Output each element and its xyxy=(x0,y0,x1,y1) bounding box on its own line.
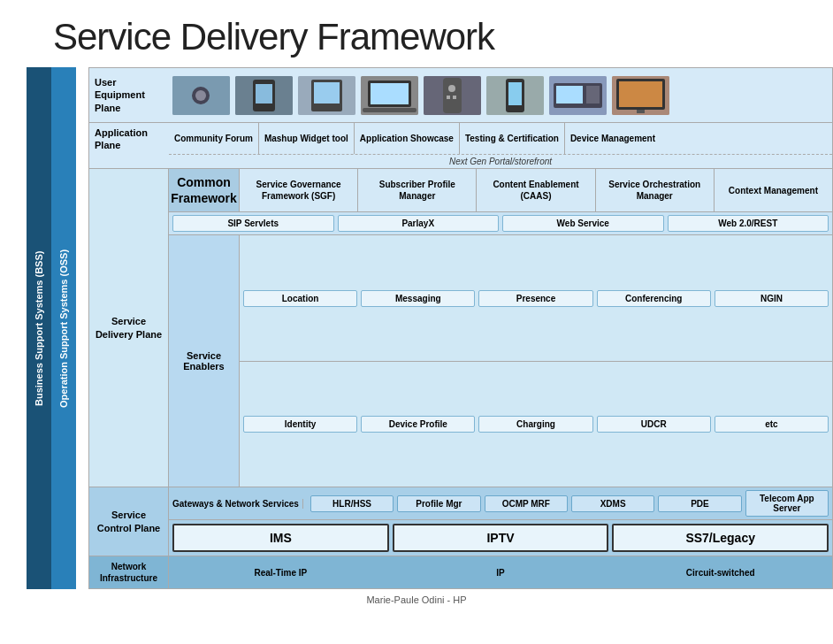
sc-bottom: IMS IPTV SS7/Legacy xyxy=(169,520,832,556)
svg-rect-28 xyxy=(637,110,645,113)
sc-cell-ocmp: OCMP MRF xyxy=(485,495,568,512)
service-enablers: Service Enablers Location Messaging Pres… xyxy=(169,235,832,487)
ni-cell-ip: IP xyxy=(393,568,609,578)
cf-cell-5: Context Management xyxy=(715,169,832,211)
device-laptop xyxy=(361,76,418,115)
cf-cell-2: Subscriber Profile Manager xyxy=(358,169,477,211)
app-subtitle: Next Gen Portal/storefront xyxy=(169,155,832,168)
se-cell-device-profile: Device Profile xyxy=(361,416,475,433)
svg-rect-23 xyxy=(556,86,583,104)
ni-cell-circuit: Circuit-switched xyxy=(612,568,829,578)
row-service-control: Service Control Plane Gateways & Network… xyxy=(89,487,832,556)
se-cell-identity: Identity xyxy=(243,416,357,433)
row-application: Application Plane Community Forum Mashup… xyxy=(89,123,832,169)
se-cell-udcr: UDCR xyxy=(597,416,711,433)
sip-cell-2: ParlayX xyxy=(338,215,500,232)
svg-rect-12 xyxy=(363,108,416,112)
app-cell-2: Mashup Widget tool xyxy=(259,123,355,154)
sc-iptv: IPTV xyxy=(393,524,609,552)
svg-rect-8 xyxy=(314,82,340,104)
device-pda xyxy=(298,76,355,115)
side-labels: Business Support Systems (BSS) Operation… xyxy=(27,67,88,589)
svg-point-15 xyxy=(448,85,455,92)
footer: Marie-Paule Odini - HP xyxy=(0,589,833,605)
app-top-row: Community Forum Mashup Widget tool Appli… xyxy=(169,123,832,155)
se-row-1: Location Messaging Presence Conferencing… xyxy=(240,235,832,361)
sip-cell-3: Web Service xyxy=(502,215,664,232)
se-cell-conferencing: Conferencing xyxy=(597,290,711,307)
app-cell-4: Testing & Certification xyxy=(460,123,565,154)
service-enablers-label: Service Enablers xyxy=(169,235,240,487)
application-cells: Community Forum Mashup Widget tool Appli… xyxy=(169,123,832,168)
svg-rect-14 xyxy=(443,78,462,113)
app-cell-1: Community Forum xyxy=(169,123,259,154)
row-service-delivery: Service Delivery Plane Common Framework … xyxy=(89,169,832,487)
sip-cell-4: Web 2.0/REST xyxy=(668,215,829,232)
device-camera xyxy=(172,76,230,115)
svg-rect-16 xyxy=(447,96,450,99)
se-cell-messaging: Messaging xyxy=(361,290,475,307)
common-framework-label: Common Framework xyxy=(169,169,240,211)
sc-cell-xdms: XDMS xyxy=(571,495,654,512)
device-images xyxy=(169,73,832,119)
cf-cells: Service Governance Framework (SGF) Subsc… xyxy=(240,169,832,211)
sc-ss7: SS7/Legacy xyxy=(612,524,829,552)
ni-cell-realtime: Real-Time IP xyxy=(172,568,389,578)
se-rows: Location Messaging Presence Conferencing… xyxy=(240,235,832,487)
device-remote xyxy=(424,76,481,115)
app-cell-5: Device Management xyxy=(565,123,661,154)
sc-cell-pde: PDE xyxy=(658,495,741,512)
sc-top-label: Gateways & Network Services xyxy=(172,499,303,509)
row-user-equipment: User Equipment Plane xyxy=(89,68,832,123)
sc-cell-profile: Profile Mgr xyxy=(397,495,480,512)
framework: User Equipment Plane xyxy=(88,67,833,589)
cf-row: Common Framework Service Governance Fram… xyxy=(169,169,832,212)
se-cell-location: Location xyxy=(243,290,357,307)
sc-top: Gateways & Network Services HLR/HSS Prof… xyxy=(169,487,832,520)
cf-cell-1: Service Governance Framework (SGF) xyxy=(240,169,358,211)
se-cell-ngin: NGIN xyxy=(715,290,829,307)
ni-cells: Real-Time IP IP Circuit-switched xyxy=(169,556,832,588)
svg-rect-5 xyxy=(256,84,272,104)
device-desk-phone xyxy=(549,76,607,115)
application-label: Application Plane xyxy=(89,123,169,168)
cf-cell-4: Service Orchestration Manager xyxy=(596,169,715,211)
oss-label: Operation Support Systems (OSS) xyxy=(51,67,76,589)
service-control-label: Service Control Plane xyxy=(89,487,169,556)
bss-label: Business Support Systems (BSS) xyxy=(27,67,51,589)
page-title: Service Delivery Framework xyxy=(0,0,833,67)
sip-cell-1: SIP Servlets xyxy=(172,215,334,232)
se-cell-charging: Charging xyxy=(478,416,592,433)
device-tv xyxy=(612,76,669,115)
svg-rect-27 xyxy=(619,81,662,107)
se-cell-etc: etc xyxy=(715,416,829,433)
app-cell-3: Application Showcase xyxy=(355,123,460,154)
se-row-2: Identity Device Profile Charging UDCR et… xyxy=(240,362,832,487)
user-equipment-label: User Equipment Plane xyxy=(89,73,169,118)
svg-rect-20 xyxy=(508,82,522,105)
service-delivery-label: Service Delivery Plane xyxy=(89,169,169,487)
sd-content: Common Framework Service Governance Fram… xyxy=(169,169,832,487)
sip-row: SIP Servlets ParlayX Web Service Web 2.0… xyxy=(169,212,832,235)
device-phone xyxy=(235,76,293,115)
svg-rect-17 xyxy=(453,96,456,99)
network-label: Network Infrastructure xyxy=(89,556,169,588)
sc-ims: IMS xyxy=(172,524,389,552)
svg-rect-11 xyxy=(371,83,409,104)
se-cell-presence: Presence xyxy=(478,290,592,307)
cf-cell-3: Content Enablement (CAAS) xyxy=(477,169,595,211)
svg-point-2 xyxy=(195,90,206,101)
sip-cells: SIP Servlets ParlayX Web Service Web 2.0… xyxy=(169,212,832,234)
sc-content: Gateways & Network Services HLR/HSS Prof… xyxy=(169,487,832,556)
sc-cell-telecom: Telecom App Server xyxy=(745,490,829,517)
svg-rect-24 xyxy=(586,86,600,104)
sc-cell-hlr: HLR/HSS xyxy=(310,495,394,512)
row-network: Network Infrastructure Real-Time IP IP C… xyxy=(89,556,832,588)
device-mobile xyxy=(486,76,544,115)
